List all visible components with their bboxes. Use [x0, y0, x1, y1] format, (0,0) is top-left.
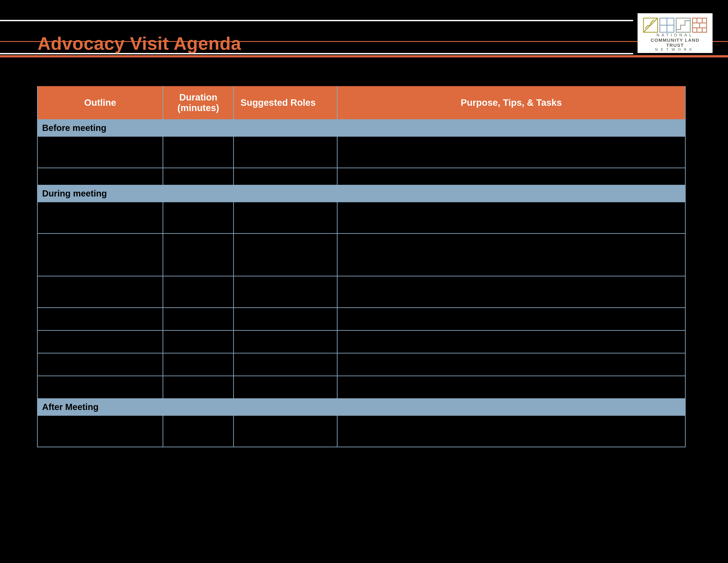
agenda-table-body: Before meetingDuring meetingAfter Meetin…	[38, 120, 685, 447]
cell-roles	[234, 202, 337, 233]
cell-purpose	[337, 276, 685, 308]
col-header-purpose: Purpose, Tips, & Tasks	[337, 86, 685, 120]
table-row	[38, 331, 685, 353]
cell-roles	[234, 308, 337, 331]
table-row	[38, 276, 685, 308]
cell-duration	[163, 353, 234, 376]
cell-duration	[163, 376, 234, 399]
table-row	[38, 353, 685, 376]
col-header-duration: Duration (minutes)	[163, 86, 234, 120]
cell-purpose	[337, 308, 685, 331]
table-row	[38, 416, 685, 447]
cell-purpose	[337, 136, 685, 168]
logo-tile-brick-icon	[692, 17, 707, 33]
cell-purpose	[337, 331, 685, 353]
cell-purpose	[337, 416, 685, 447]
cell-purpose	[337, 168, 685, 185]
cell-outline	[38, 168, 163, 185]
cell-duration	[163, 276, 234, 308]
cell-outline	[38, 416, 163, 447]
cell-outline	[38, 136, 163, 168]
cell-outline	[38, 353, 163, 376]
section-row: During meeting	[38, 185, 685, 202]
cell-outline	[38, 308, 163, 331]
cell-duration	[163, 202, 234, 233]
page-title: Advocacy Visit Agenda	[38, 33, 241, 54]
agenda-table: Outline Duration (minutes) Suggested Rol…	[37, 86, 686, 447]
logo-icon-row	[643, 17, 707, 33]
cell-roles	[234, 416, 337, 447]
col-header-duration-line1: Duration	[179, 92, 217, 102]
cell-purpose	[337, 376, 685, 399]
cell-duration	[163, 136, 234, 168]
table-row	[38, 233, 685, 276]
cell-outline	[38, 233, 163, 276]
cell-outline	[38, 276, 163, 308]
table-row	[38, 168, 685, 185]
cell-roles	[234, 376, 337, 399]
cell-roles	[234, 233, 337, 276]
logo-text: NATIONAL COMMUNITY LAND TRUST NETWORK	[642, 33, 709, 52]
cell-purpose	[337, 202, 685, 233]
cell-outline	[38, 202, 163, 233]
cell-duration	[163, 233, 234, 276]
header-rule-white-top	[0, 20, 633, 21]
col-header-roles: Suggested Roles	[234, 86, 337, 120]
logo-tile-window-icon	[659, 17, 675, 33]
cell-roles	[234, 353, 337, 376]
logo-tile-leaf-icon	[643, 17, 659, 33]
section-label: During meeting	[38, 185, 685, 202]
section-row: After Meeting	[38, 399, 685, 416]
table-row	[38, 136, 685, 168]
logo-tile-stair-icon	[675, 17, 691, 33]
table-row	[38, 202, 685, 233]
col-header-outline: Outline	[38, 86, 163, 120]
cell-roles	[234, 276, 337, 308]
cell-outline	[38, 376, 163, 399]
logo-text-line3: NETWORK	[642, 48, 709, 52]
table-row	[38, 308, 685, 331]
table-header-row: Outline Duration (minutes) Suggested Rol…	[38, 86, 685, 120]
header-rule-orange-bot	[0, 55, 728, 57]
cell-duration	[163, 331, 234, 353]
cell-duration	[163, 416, 234, 447]
cell-roles	[234, 136, 337, 168]
table-row	[38, 376, 685, 399]
cell-duration	[163, 168, 234, 185]
section-label: After Meeting	[38, 399, 685, 416]
logo-text-line2: COMMUNITY LAND TRUST	[642, 38, 709, 48]
cell-purpose	[337, 233, 685, 276]
logo-text-line1: NATIONAL	[642, 33, 709, 38]
org-logo: NATIONAL COMMUNITY LAND TRUST NETWORK	[638, 13, 713, 53]
cell-outline	[38, 331, 163, 353]
col-header-duration-line2: (minutes)	[177, 103, 219, 113]
cell-roles	[234, 168, 337, 185]
cell-duration	[163, 308, 234, 331]
cell-roles	[234, 331, 337, 353]
cell-purpose	[337, 353, 685, 376]
section-row: Before meeting	[38, 120, 685, 136]
section-label: Before meeting	[38, 120, 685, 136]
